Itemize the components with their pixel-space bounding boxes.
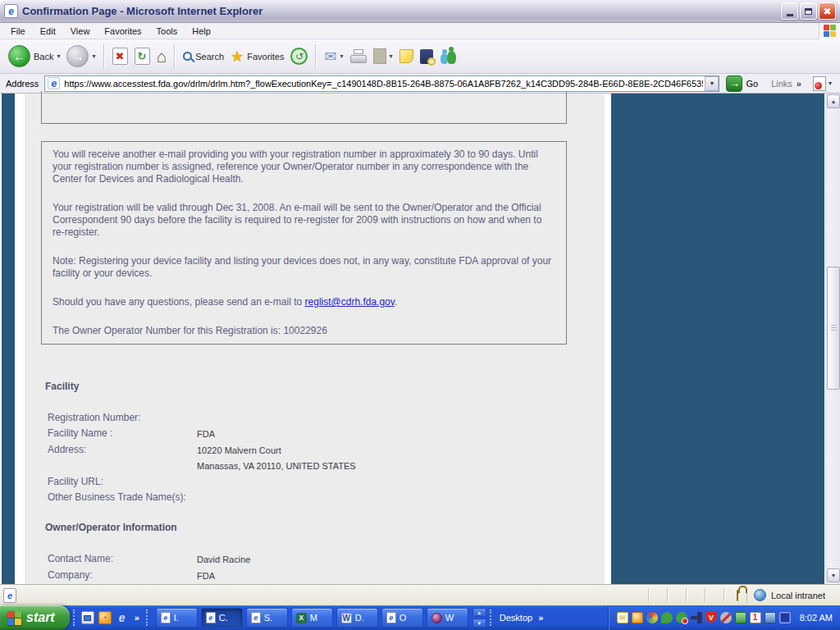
menu-tools[interactable]: Tools xyxy=(149,25,185,38)
menu-favorites[interactable]: Favorites xyxy=(97,25,148,38)
address-line-1: 10220 Malvern Court xyxy=(197,443,356,459)
tray-display-icon[interactable] xyxy=(646,612,658,623)
page-right-panel xyxy=(611,94,824,584)
task-button-excel[interactable]: X M xyxy=(291,608,333,628)
scroll-up-button[interactable]: ▲ xyxy=(827,94,840,108)
message-paragraph: You will receive another e-mail providin… xyxy=(52,148,555,185)
task-button-internet[interactable]: e I. xyxy=(156,608,198,628)
discuss-button[interactable] xyxy=(396,48,417,65)
favorites-button[interactable]: ★ Favorites xyxy=(227,48,287,66)
vertical-scrollbar[interactable]: ▲ ▼ xyxy=(825,94,840,584)
stop-button[interactable]: ✖ xyxy=(109,46,131,66)
forward-dropdown-icon[interactable]: ▾ xyxy=(92,52,95,60)
menu-edit[interactable]: Edit xyxy=(33,25,63,38)
mail-dropdown-icon[interactable]: ▾ xyxy=(340,52,344,60)
stop-icon: ✖ xyxy=(112,48,128,65)
toolbar-grip[interactable] xyxy=(490,609,493,626)
home-button[interactable]: ⌂ xyxy=(153,46,171,66)
refresh-button[interactable]: ↻ xyxy=(131,46,153,66)
start-button[interactable]: start xyxy=(0,605,70,630)
address-input[interactable] xyxy=(62,79,705,89)
links-toolbar[interactable]: Links » xyxy=(765,79,808,89)
task-label: S. xyxy=(264,613,272,623)
print-button[interactable] xyxy=(347,48,370,65)
back-icon: ← xyxy=(8,45,30,67)
tray-messenger-offline-icon[interactable] xyxy=(676,612,687,623)
confirmation-message-box: You will receive another e-mail providin… xyxy=(41,141,567,345)
edit-dropdown-icon[interactable]: ▾ xyxy=(390,52,393,60)
tray-antivirus-shield-icon[interactable]: V xyxy=(705,612,717,623)
taskbar-scroll-up-button[interactable]: ▲ xyxy=(472,608,486,617)
research-button[interactable] xyxy=(417,48,436,66)
task-button-w[interactable]: W xyxy=(427,608,468,628)
email-link[interactable]: reglist@cdrh.fda.gov xyxy=(305,296,395,308)
address-dropdown-button[interactable]: ▼ xyxy=(705,76,719,91)
menu-view[interactable]: View xyxy=(63,25,98,38)
desktop-chevron-icon[interactable]: » xyxy=(536,613,545,623)
links-chevron-icon[interactable]: » xyxy=(797,79,801,89)
tray-disabled-device-icon[interactable] xyxy=(720,612,732,623)
message-paragraph: Your registration will be valid through … xyxy=(52,202,555,239)
forward-icon: → xyxy=(66,45,89,67)
menu-file[interactable]: File xyxy=(3,25,33,38)
message-paragraph: Note: Registering your device facility a… xyxy=(52,255,555,280)
menu-help[interactable]: Help xyxy=(185,25,218,38)
back-dropdown-icon[interactable]: ▾ xyxy=(57,52,60,60)
tray-clock-icon[interactable] xyxy=(632,612,643,623)
quick-launch-chevron-icon[interactable]: » xyxy=(133,613,141,623)
tray-network-grid-icon[interactable] xyxy=(779,612,791,623)
mail-button[interactable]: ✉ ▾ xyxy=(321,48,346,66)
row-value: FDA xyxy=(197,568,215,584)
history-button[interactable]: ↺ xyxy=(287,46,311,66)
page-favicon-icon: e xyxy=(48,77,60,89)
row-label: Address: xyxy=(48,442,197,474)
row-label: Registration Number: xyxy=(48,410,197,426)
restore-button[interactable] xyxy=(800,2,817,20)
clock-glyph: ◔ xyxy=(103,614,107,622)
tray-clock-time: 8:02 AM xyxy=(800,613,833,623)
toolbar-separator xyxy=(174,44,176,69)
facility-row-address: Address: 10220 Malvern Court Manassas, V… xyxy=(45,442,570,474)
tray-security-agent-icon[interactable] xyxy=(765,612,776,623)
messenger-button[interactable] xyxy=(436,48,459,66)
word-task-icon: W xyxy=(341,613,352,623)
task-button-confirmation-active[interactable]: e C. xyxy=(201,608,243,628)
quick-launch: ◔ e » xyxy=(80,611,143,624)
back-button[interactable]: ← Back ▾ xyxy=(5,43,63,69)
minimize-button[interactable] xyxy=(781,2,798,20)
toolbar-grip[interactable] xyxy=(73,609,76,626)
menu-bar: File Edit View Favorites Tools Help xyxy=(0,23,840,39)
pdf-icon xyxy=(813,76,826,91)
close-button[interactable]: ✖ xyxy=(819,2,836,20)
ssl-padlock-button[interactable] xyxy=(737,591,738,600)
edit-button[interactable]: ▾ xyxy=(370,47,396,66)
tray-alert-flag-icon[interactable]: 1 xyxy=(750,612,761,623)
status-page-icon: e xyxy=(3,588,16,603)
address-field[interactable]: e ▼ xyxy=(44,75,719,92)
clock-launcher-icon[interactable]: ◔ xyxy=(98,611,112,624)
tray-mail-icon[interactable]: ✉ xyxy=(617,612,628,623)
desktop-toolbar[interactable]: Desktop » xyxy=(500,613,545,623)
pdf-dropdown-icon[interactable]: ▾ xyxy=(829,80,832,87)
search-button[interactable]: Search xyxy=(180,50,227,63)
task-button-word[interactable]: W D. xyxy=(336,608,378,628)
row-label: Facility Name : xyxy=(48,426,197,442)
show-desktop-icon[interactable] xyxy=(81,611,94,624)
tray-chat-icon[interactable] xyxy=(661,612,673,623)
toolbar-grip[interactable] xyxy=(146,609,149,626)
ie-launcher-icon[interactable]: e xyxy=(116,611,129,624)
tray-network-card-icon[interactable] xyxy=(735,612,746,623)
taskbar-scroll-down-button[interactable]: ▼ xyxy=(472,619,486,628)
row-value: 10220 Malvern Court Manassas, VA 20110, … xyxy=(197,442,356,474)
task-button-s[interactable]: e S. xyxy=(246,608,288,628)
tray-key-icon[interactable] xyxy=(691,612,702,623)
scrollbar-thumb[interactable] xyxy=(827,267,840,390)
edit-icon xyxy=(373,48,386,64)
task-button-o[interactable]: e O xyxy=(381,608,423,628)
scroll-down-button[interactable]: ▼ xyxy=(827,568,840,582)
forward-button[interactable]: → ▾ xyxy=(63,43,98,69)
facility-rows: Registration Number: Facility Name : FDA… xyxy=(45,410,570,505)
task-label: C. xyxy=(219,613,228,623)
pdf-toolbar-button[interactable]: ▾ xyxy=(808,76,837,91)
go-button[interactable]: → Go xyxy=(719,75,765,92)
